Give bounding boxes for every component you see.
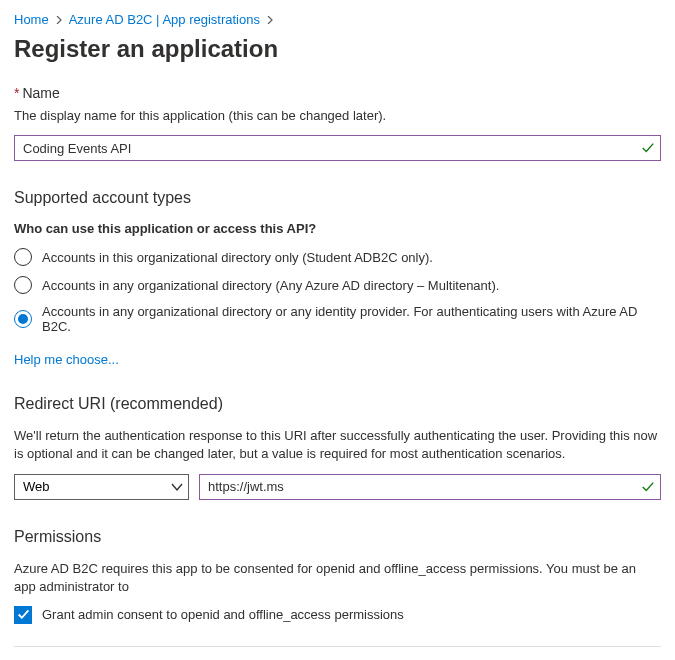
permissions-heading: Permissions bbox=[14, 528, 661, 546]
account-type-option-b2c[interactable]: Accounts in any organizational directory… bbox=[14, 304, 661, 334]
breadcrumb-app-registrations[interactable]: Azure AD B2C | App registrations bbox=[69, 12, 260, 27]
radio-label: Accounts in this organizational director… bbox=[42, 250, 433, 265]
account-types-heading: Supported account types bbox=[14, 189, 661, 207]
check-icon bbox=[641, 480, 655, 494]
redirect-heading: Redirect URI (recommended) bbox=[14, 395, 661, 413]
account-types-section: Supported account types Who can use this… bbox=[14, 189, 661, 367]
name-input[interactable] bbox=[14, 135, 661, 161]
redirect-helper: We'll return the authentication response… bbox=[14, 427, 661, 463]
help-me-choose-link[interactable]: Help me choose... bbox=[14, 352, 119, 367]
breadcrumb: Home Azure AD B2C | App registrations bbox=[14, 12, 661, 27]
platform-select[interactable]: Web bbox=[14, 474, 189, 500]
account-type-option-multi-tenant[interactable]: Accounts in any organizational directory… bbox=[14, 276, 661, 294]
grant-consent-checkbox[interactable] bbox=[14, 606, 32, 624]
check-icon bbox=[641, 141, 655, 155]
chevron-right-icon bbox=[266, 14, 274, 26]
page-title: Register an application bbox=[14, 35, 661, 63]
redirect-uri-input[interactable] bbox=[199, 474, 661, 500]
permissions-helper: Azure AD B2C requires this app to be con… bbox=[14, 560, 661, 596]
breadcrumb-home[interactable]: Home bbox=[14, 12, 49, 27]
radio-icon bbox=[14, 310, 32, 328]
name-helper: The display name for this application (t… bbox=[14, 107, 661, 125]
permissions-section: Permissions Azure AD B2C requires this a… bbox=[14, 528, 661, 624]
name-label: *Name bbox=[14, 85, 661, 101]
grant-consent-label: Grant admin consent to openid and offlin… bbox=[42, 607, 404, 622]
radio-label: Accounts in any organizational directory… bbox=[42, 278, 499, 293]
divider bbox=[14, 646, 661, 647]
required-asterisk: * bbox=[14, 85, 19, 101]
account-types-question: Who can use this application or access t… bbox=[14, 221, 661, 236]
name-section: *Name The display name for this applicat… bbox=[14, 85, 661, 161]
radio-icon bbox=[14, 248, 32, 266]
radio-icon bbox=[14, 276, 32, 294]
radio-label: Accounts in any organizational directory… bbox=[42, 304, 661, 334]
account-type-option-single-tenant[interactable]: Accounts in this organizational director… bbox=[14, 248, 661, 266]
redirect-uri-section: Redirect URI (recommended) We'll return … bbox=[14, 395, 661, 499]
chevron-right-icon bbox=[55, 14, 63, 26]
